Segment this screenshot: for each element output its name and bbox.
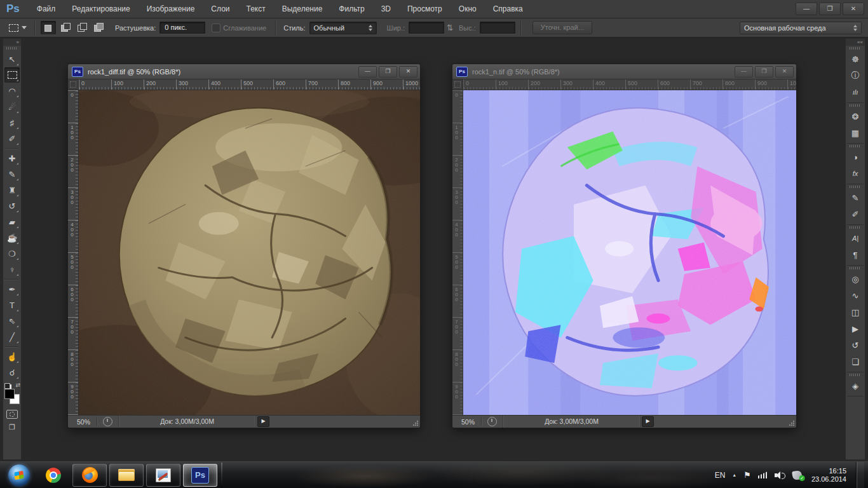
3d-panel-icon[interactable]: ◈ bbox=[847, 378, 864, 393]
styles-panel-icon[interactable]: fx bbox=[847, 166, 864, 181]
crop-tool[interactable]: ♯ bbox=[4, 115, 20, 130]
tray-clock[interactable]: 16:15 23.06.2014 bbox=[809, 467, 849, 484]
height-input[interactable] bbox=[480, 22, 515, 34]
lasso-tool[interactable]: ◠ bbox=[4, 83, 20, 98]
workspace-select[interactable]: Основная рабочая среда bbox=[740, 22, 862, 34]
dodge-tool[interactable]: ♀ bbox=[4, 262, 20, 277]
ruler-corner[interactable] bbox=[452, 79, 463, 90]
selection-mode-subtract-button[interactable] bbox=[74, 21, 89, 34]
close-button[interactable]: ✕ bbox=[843, 3, 864, 15]
menu-item-2[interactable]: Изображение bbox=[139, 0, 203, 18]
quick-mask-button[interactable] bbox=[6, 410, 18, 419]
default-colors-icon[interactable] bbox=[4, 383, 10, 389]
panel-grip[interactable] bbox=[850, 47, 861, 50]
layers-panel-icon[interactable]: ❏ bbox=[847, 354, 864, 369]
menu-item-9[interactable]: Окно bbox=[451, 0, 485, 18]
panel-grip[interactable] bbox=[850, 186, 861, 188]
path-selection-tool[interactable]: ⇖ bbox=[4, 313, 20, 329]
window-resize-grip[interactable] bbox=[412, 420, 419, 426]
selection-mode-intersect-button[interactable] bbox=[90, 21, 105, 34]
paths-panel-icon[interactable]: ∿ bbox=[847, 288, 864, 303]
menu-item-8[interactable]: Просмотр bbox=[399, 0, 451, 18]
firefox-icon[interactable] bbox=[72, 464, 107, 487]
menu-item-1[interactable]: Редактирование bbox=[64, 0, 138, 18]
language-indicator[interactable]: EN bbox=[715, 471, 726, 480]
window-resize-grip[interactable] bbox=[789, 420, 795, 426]
canvas-normal-map[interactable] bbox=[463, 90, 796, 415]
dock-expand-button[interactable]: «« bbox=[846, 39, 865, 46]
selection-mode-add-button[interactable] bbox=[57, 21, 72, 34]
panel-grip[interactable] bbox=[850, 267, 861, 269]
zoom-level-field[interactable]: 50% bbox=[452, 418, 481, 426]
magic-wand-tool[interactable]: ☄ bbox=[4, 99, 20, 114]
selection-mode-new-button[interactable] bbox=[41, 21, 56, 34]
foreground-color-swatch[interactable] bbox=[4, 389, 15, 399]
toolbar-collapse-button[interactable]: » bbox=[3, 39, 21, 46]
blur-tool[interactable]: ❍ bbox=[4, 246, 20, 261]
histogram-panel-icon[interactable]: ılı bbox=[847, 85, 864, 100]
menu-item-3[interactable]: Слои bbox=[203, 0, 238, 18]
kuler-panel-icon[interactable]: ◎ bbox=[847, 271, 864, 287]
clone-stamp-tool[interactable]: ♜ bbox=[4, 182, 20, 198]
swatches-panel-icon[interactable]: ▦ bbox=[847, 125, 864, 140]
width-input[interactable] bbox=[409, 22, 444, 34]
brush-panel-icon[interactable]: ✎ bbox=[847, 190, 864, 205]
photoshop-taskbar-button[interactable]: Ps bbox=[183, 464, 217, 487]
menu-item-10[interactable]: Справка bbox=[485, 0, 531, 18]
hidden-icons-button[interactable]: ▲ bbox=[732, 473, 736, 477]
swap-colors-icon[interactable]: ⇄ bbox=[15, 382, 20, 388]
network-icon[interactable] bbox=[758, 471, 768, 478]
refine-edge-button[interactable]: Уточн. край... bbox=[532, 21, 592, 34]
tool-preset-picker[interactable] bbox=[0, 24, 29, 32]
panel-grip[interactable] bbox=[850, 374, 861, 376]
brush-presets-panel-icon[interactable]: ✐ bbox=[847, 207, 864, 222]
history-panel-icon[interactable]: ↺ bbox=[847, 337, 864, 353]
minimize-button[interactable]: — bbox=[735, 66, 753, 78]
zoom-tool[interactable]: ☌ bbox=[4, 365, 20, 380]
info-panel-icon[interactable]: ⓘ bbox=[847, 68, 864, 83]
restore-button[interactable]: ❐ bbox=[379, 66, 397, 78]
menu-item-6[interactable]: Фильтр bbox=[330, 0, 372, 18]
eyedropper-tool[interactable]: ✐ bbox=[4, 131, 20, 146]
ruler-corner[interactable] bbox=[68, 79, 79, 90]
brush-tool[interactable]: ✎ bbox=[4, 166, 20, 182]
close-button[interactable]: ✕ bbox=[775, 66, 794, 78]
minimize-button[interactable]: — bbox=[358, 66, 377, 78]
action-center-icon[interactable]: ⚑ bbox=[743, 470, 751, 480]
healing-brush-tool[interactable]: ✚ bbox=[4, 151, 20, 166]
status-options-arrow[interactable]: ▶ bbox=[257, 416, 269, 427]
minimize-button[interactable]: — bbox=[796, 3, 817, 15]
paint-bucket-tool[interactable]: ☕ bbox=[4, 230, 20, 245]
pen-tool[interactable]: ✒ bbox=[4, 281, 20, 297]
paint-icon[interactable] bbox=[146, 464, 180, 487]
character-panel-icon[interactable]: A| bbox=[847, 231, 864, 246]
show-desktop-button[interactable] bbox=[856, 462, 864, 488]
line-tool[interactable]: ╱ bbox=[4, 329, 20, 344]
panel-grip[interactable] bbox=[850, 226, 861, 229]
navigator-panel-icon[interactable]: ☸ bbox=[847, 51, 864, 67]
swap-width-height-icon[interactable]: ⇄ bbox=[445, 24, 455, 31]
document-titlebar[interactable]: Ps rock1_diff.tif @ 50% (RGB/8*) —❐✕ bbox=[68, 64, 420, 79]
eraser-tool[interactable]: ▰ bbox=[4, 214, 20, 229]
restore-button[interactable]: ❐ bbox=[819, 3, 841, 15]
rectangular-marquee-tool[interactable] bbox=[4, 67, 20, 83]
status-clock-icon[interactable] bbox=[103, 417, 112, 426]
layer-comps-panel-icon[interactable]: ◫ bbox=[847, 304, 864, 320]
move-tool[interactable]: ↖ bbox=[4, 51, 20, 67]
panel-grip[interactable] bbox=[850, 104, 861, 107]
restore-button[interactable]: ❐ bbox=[755, 66, 773, 78]
feather-input[interactable]: 0 пикс. bbox=[159, 22, 205, 34]
status-options-arrow[interactable]: ▶ bbox=[642, 416, 654, 427]
menu-item-4[interactable]: Текст bbox=[238, 0, 274, 18]
type-tool[interactable]: T bbox=[4, 297, 20, 313]
screen-mode-button[interactable]: ❐ bbox=[9, 423, 15, 431]
canvas-diffuse-texture[interactable] bbox=[79, 90, 420, 415]
toolbar-grip[interactable] bbox=[6, 47, 18, 50]
close-button[interactable]: ✕ bbox=[399, 66, 417, 78]
menu-item-7[interactable]: 3D bbox=[373, 0, 399, 18]
antialias-checkbox[interactable] bbox=[212, 24, 220, 32]
history-brush-tool[interactable]: ↺ bbox=[4, 198, 20, 214]
document-titlebar[interactable]: Ps rock1_n.tif @ 50% (RGB/8*) —❐✕ bbox=[452, 64, 796, 79]
volume-icon[interactable] bbox=[775, 471, 785, 479]
adjustments-panel-icon[interactable]: ◑ bbox=[847, 149, 864, 165]
